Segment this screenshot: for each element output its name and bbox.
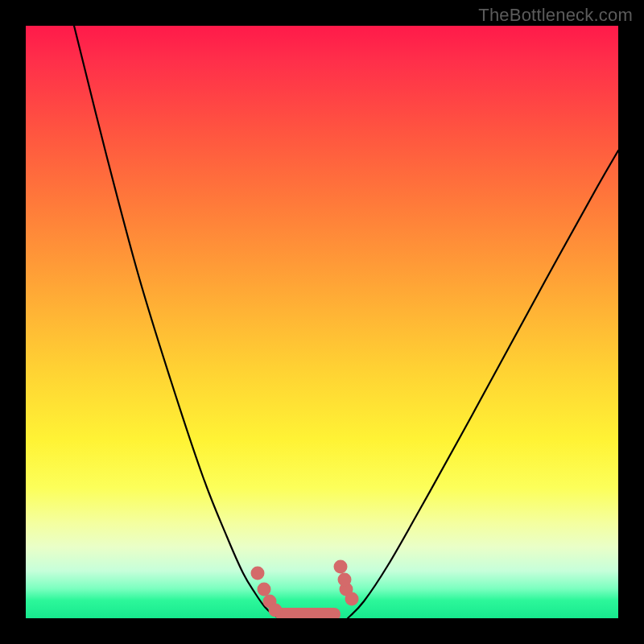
valley-marker-dot [338,573,352,587]
curve-layer [26,26,618,618]
plot-area [26,26,618,618]
left-curve [74,26,279,618]
chart-stage: TheBottleneck.com [0,0,644,644]
valley-marker-dot [345,592,359,606]
valley-marker-dot [269,604,283,617]
valley-marker-dot [334,560,348,574]
valley-marker-dot [258,583,271,597]
valley-marker-dot [251,567,265,580]
right-curve [348,151,618,618]
watermark-text: TheBottleneck.com [478,5,633,26]
